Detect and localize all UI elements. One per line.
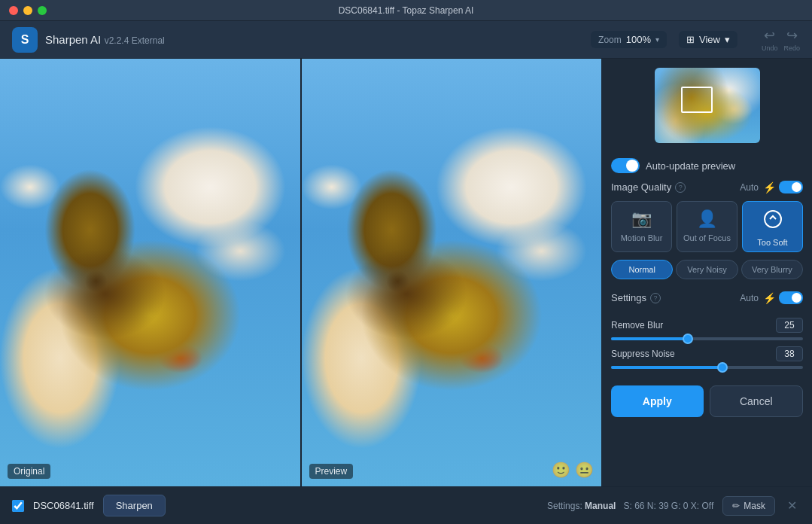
settings-detail bbox=[619, 501, 621, 511]
title-bar: DSC06841.tiff - Topaz Sharpen AI bbox=[0, 0, 812, 21]
file-checkbox[interactable] bbox=[12, 500, 24, 512]
remove-blur-section: Remove Blur 25 Suppress Noise 38 bbox=[602, 309, 812, 378]
sad-emoji-icon: 😐 bbox=[575, 461, 594, 479]
quality-btn-motion-blur[interactable]: 📷 Motion Blur bbox=[611, 201, 672, 252]
happy-emoji-icon: 🙂 bbox=[552, 461, 570, 479]
settings-help-icon[interactable]: ? bbox=[650, 293, 661, 303]
apply-button[interactable]: Apply bbox=[611, 385, 704, 417]
remove-blur-label: Remove Blur bbox=[611, 320, 663, 331]
settings-auto-toggle[interactable] bbox=[779, 291, 803, 304]
preview-label: Preview bbox=[309, 464, 354, 479]
maximize-button[interactable] bbox=[38, 6, 47, 15]
lightning-icon: ⚡ bbox=[763, 181, 776, 193]
out-of-focus-icon: 👤 bbox=[697, 209, 717, 229]
suppress-noise-slider-row: Suppress Noise 38 bbox=[611, 346, 803, 369]
suppress-noise-fill bbox=[611, 366, 722, 369]
auto-badge: Auto ⚡ bbox=[740, 181, 803, 193]
minimize-button[interactable] bbox=[23, 6, 32, 15]
too-soft-icon bbox=[763, 209, 783, 233]
toolbar: S Sharpen AI v2.2.4 External Zoom 100% ▾… bbox=[0, 21, 812, 59]
right-panel: Auto-update preview Image Quality ? Auto… bbox=[601, 59, 812, 486]
remove-blur-slider-row: Remove Blur 25 bbox=[611, 318, 803, 340]
zoom-label: Zoom bbox=[598, 35, 622, 45]
motion-blur-label: Motion Blur bbox=[621, 233, 663, 242]
app-logo-icon: S bbox=[12, 27, 38, 53]
suppress-noise-header: Suppress Noise 38 bbox=[611, 346, 803, 361]
app-name: Sharpen AI bbox=[45, 33, 101, 46]
image-quality-auto-toggle[interactable] bbox=[779, 181, 803, 193]
chevron-down-icon: ▾ bbox=[725, 34, 730, 45]
preview-panel: Preview 🙂 😐 bbox=[302, 59, 602, 486]
softness-btn-normal[interactable]: Normal bbox=[611, 260, 673, 279]
chevron-down-icon: ▾ bbox=[655, 35, 659, 44]
remove-blur-track[interactable] bbox=[611, 337, 803, 340]
close-bottom-button[interactable]: ✕ bbox=[784, 495, 800, 516]
auto-update-row: Auto-update preview bbox=[602, 152, 812, 176]
image-quality-title: Image Quality ? bbox=[611, 181, 686, 193]
softness-row: Normal Very Noisy Very Blurry bbox=[602, 258, 812, 287]
redo-icon: ↪ bbox=[786, 27, 798, 44]
redo-label: Redo bbox=[783, 44, 800, 52]
sharpen-button[interactable]: Sharpen bbox=[103, 495, 166, 516]
zoom-control[interactable]: Zoom 100% ▾ bbox=[591, 31, 667, 48]
traffic-lights bbox=[9, 6, 47, 15]
mask-button[interactable]: ✏ Mask bbox=[722, 496, 775, 516]
quality-btn-too-soft[interactable]: Too Soft bbox=[742, 201, 803, 252]
original-image bbox=[0, 59, 300, 486]
settings-prefix: Settings: bbox=[547, 501, 582, 511]
auto-label: Auto bbox=[740, 182, 759, 193]
close-button[interactable] bbox=[9, 6, 18, 15]
very-noisy-label: Very Noisy bbox=[687, 265, 727, 274]
suppress-noise-label: Suppress Noise bbox=[611, 349, 675, 359]
file-name: DSC06841.tiff bbox=[33, 500, 94, 511]
quality-btn-out-of-focus[interactable]: 👤 Out of Focus bbox=[677, 201, 737, 252]
auto-update-toggle[interactable] bbox=[611, 158, 640, 173]
undo-button[interactable]: ↩ Undo bbox=[762, 27, 778, 52]
remove-blur-value: 25 bbox=[776, 318, 803, 333]
settings-info: Settings: Manual S: 66 N: 39 G: 0 X: Off bbox=[547, 501, 713, 511]
suppress-noise-thumb[interactable] bbox=[717, 362, 728, 373]
image-area: Original Preview 🙂 😐 bbox=[0, 59, 601, 486]
softness-btn-very-blurry[interactable]: Very Blurry bbox=[741, 260, 803, 279]
window-title: DSC06841.tiff - Topaz Sharpen AI bbox=[339, 5, 474, 16]
app-logo: S Sharpen AI v2.2.4 External bbox=[12, 27, 165, 53]
view-control[interactable]: ⊞ View ▾ bbox=[679, 31, 737, 48]
thumbnail-container bbox=[602, 59, 812, 152]
thumbnail[interactable] bbox=[655, 68, 760, 143]
original-label: Original bbox=[8, 464, 50, 479]
mask-label: Mask bbox=[744, 501, 765, 511]
very-blurry-label: Very Blurry bbox=[752, 265, 792, 274]
auto-update-label: Auto-update preview bbox=[646, 160, 735, 172]
undo-icon: ↩ bbox=[764, 27, 775, 44]
preview-image bbox=[302, 59, 602, 486]
settings-title: Settings ? bbox=[611, 292, 661, 303]
out-of-focus-label: Out of Focus bbox=[683, 233, 731, 242]
emoji-icons: 🙂 😐 bbox=[552, 461, 594, 479]
remove-blur-thumb[interactable] bbox=[683, 334, 693, 344]
view-label: View bbox=[699, 34, 720, 45]
thumbnail-overlay bbox=[681, 87, 713, 113]
suppress-noise-track[interactable] bbox=[611, 366, 803, 369]
settings-lightning-icon: ⚡ bbox=[763, 292, 776, 304]
cancel-button[interactable]: Cancel bbox=[710, 385, 804, 417]
remove-blur-header: Remove Blur 25 bbox=[611, 318, 803, 333]
image-quality-help-icon[interactable]: ? bbox=[675, 182, 686, 193]
remove-blur-fill bbox=[611, 337, 688, 340]
redo-button[interactable]: ↪ Redo bbox=[783, 27, 800, 52]
normal-label: Normal bbox=[628, 265, 655, 274]
bottom-bar: DSC06841.tiff Sharpen Settings: Manual S… bbox=[0, 486, 812, 524]
settings-header: Settings ? Auto ⚡ bbox=[602, 287, 812, 309]
app-name-group: Sharpen AI v2.2.4 External bbox=[45, 33, 165, 47]
main-content: Original Preview 🙂 😐 Auto-update preview bbox=[0, 59, 812, 486]
settings-lightning-toggle: ⚡ bbox=[763, 291, 803, 304]
undo-redo-group: ↩ Undo ↪ Redo bbox=[762, 27, 800, 52]
softness-btn-very-noisy[interactable]: Very Noisy bbox=[676, 260, 737, 279]
quality-grid: 📷 Motion Blur 👤 Out of Focus Too Soft bbox=[602, 198, 812, 258]
settings-auto-label: Auto bbox=[740, 293, 759, 303]
too-soft-label: Too Soft bbox=[757, 238, 787, 247]
svg-point-0 bbox=[765, 211, 781, 227]
settings-detail-text: S: 66 N: 39 G: 0 X: Off bbox=[623, 501, 713, 511]
suppress-noise-value: 38 bbox=[776, 346, 803, 361]
zoom-value: 100% bbox=[626, 34, 651, 45]
undo-label: Undo bbox=[762, 44, 778, 52]
